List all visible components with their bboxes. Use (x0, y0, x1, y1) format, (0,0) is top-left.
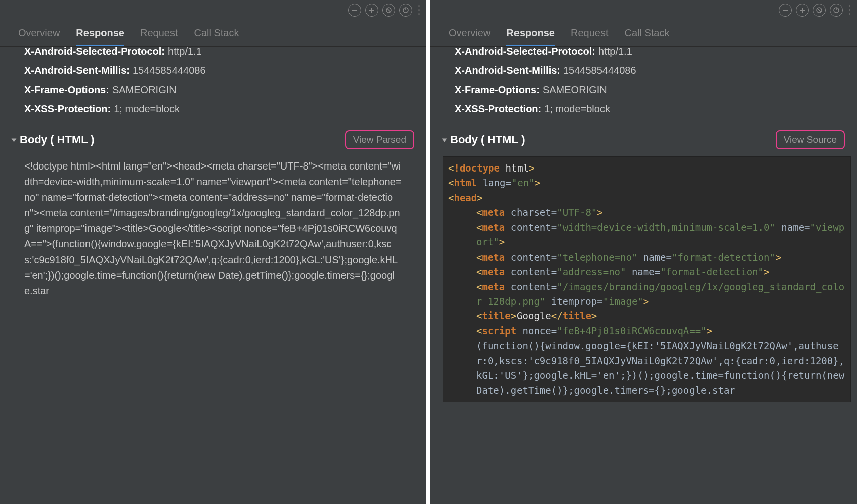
header-name: X-Android-Selected-Protocol (455, 47, 598, 61)
left-pane: Overview Response Request Call Stack X-A… (0, 0, 430, 504)
svg-line-4 (387, 8, 391, 12)
block-button[interactable] (813, 4, 826, 17)
header-name: X-Frame-Options (24, 80, 112, 99)
toolbar (430, 0, 857, 20)
tab-bar: Overview Response Request Call Stack (430, 20, 857, 47)
body-raw-source: <!doctype html><html lang="en"><head><me… (0, 153, 426, 304)
header-row: X-Android-Selected-Protocolhttp/1.1 (455, 47, 833, 61)
header-value: SAMEORIGIN (112, 80, 177, 99)
tab-response[interactable]: Response (76, 27, 124, 46)
power-button[interactable] (830, 4, 843, 17)
minus-button[interactable] (779, 4, 792, 17)
disclosure-icon (442, 139, 447, 142)
header-row: X-Frame-OptionsSAMEORIGIN (24, 80, 402, 99)
right-pane: Overview Response Request Call Stack X-A… (430, 0, 861, 504)
response-content: X-Android-Selected-Protocolhttp/1.1 X-An… (0, 47, 426, 504)
tab-bar: Overview Response Request Call Stack (0, 20, 426, 47)
header-row: X-XSS-Protection1; mode=block (24, 99, 402, 118)
header-name: X-Frame-Options (455, 80, 543, 99)
svg-line-11 (818, 8, 821, 12)
response-headers: X-Android-Selected-Protocolhttp/1.1 X-An… (0, 47, 426, 118)
tab-response[interactable]: Response (506, 27, 555, 46)
header-value: SAMEORIGIN (543, 80, 607, 99)
more-icon[interactable] (849, 4, 851, 16)
header-value: 1544585444086 (563, 61, 636, 80)
header-value: http/1.1 (598, 47, 632, 61)
body-title-text: Body ( HTML ) (450, 133, 525, 146)
tab-callstack[interactable]: Call Stack (624, 27, 669, 46)
view-parsed-button[interactable]: View Parsed (345, 130, 414, 149)
tab-request[interactable]: Request (571, 27, 609, 46)
header-value: http/1.1 (168, 47, 202, 61)
block-button[interactable] (382, 4, 395, 17)
header-value: 1544585444086 (133, 61, 206, 80)
header-row: X-Android-Sent-Millis1544585444086 (24, 61, 402, 80)
view-source-button[interactable]: View Source (776, 130, 845, 149)
response-content: X-Android-Selected-Protocolhttp/1.1 X-An… (430, 47, 857, 504)
tab-overview[interactable]: Overview (449, 27, 490, 46)
header-row: X-Android-Sent-Millis1544585444086 (455, 61, 833, 80)
toolbar (0, 0, 426, 20)
body-title[interactable]: Body ( HTML ) (443, 133, 525, 146)
header-row: X-Android-Selected-Protocolhttp/1.1 (24, 47, 402, 61)
tab-request[interactable]: Request (140, 27, 178, 46)
body-title-text: Body ( HTML ) (20, 133, 95, 146)
header-name: X-Android-Sent-Millis (24, 61, 133, 80)
minus-button[interactable] (348, 4, 361, 17)
plus-button[interactable] (365, 4, 378, 17)
more-icon[interactable] (418, 4, 420, 16)
header-value: 1; mode=block (114, 99, 180, 118)
header-row: X-XSS-Protection1; mode=block (455, 99, 833, 118)
header-name: X-XSS-Protection (455, 99, 544, 118)
power-button[interactable] (399, 4, 412, 17)
body-section-header: Body ( HTML ) View Source (430, 123, 857, 153)
header-value: 1; mode=block (544, 99, 610, 118)
header-name: X-Android-Selected-Protocol (24, 47, 168, 61)
plus-button[interactable] (796, 4, 809, 17)
header-name: X-Android-Sent-Millis (455, 61, 563, 80)
body-section-header: Body ( HTML ) View Parsed (0, 123, 426, 153)
header-row: X-Frame-OptionsSAMEORIGIN (455, 80, 833, 99)
header-name: X-XSS-Protection (24, 99, 114, 118)
response-headers: X-Android-Selected-Protocolhttp/1.1 X-An… (430, 47, 857, 118)
tab-callstack[interactable]: Call Stack (194, 27, 239, 46)
tab-overview[interactable]: Overview (18, 27, 60, 46)
body-title[interactable]: Body ( HTML ) (12, 133, 95, 146)
disclosure-icon (12, 139, 17, 142)
body-parsed-code: <!doctype html><html lang="en"><head><me… (443, 156, 851, 402)
